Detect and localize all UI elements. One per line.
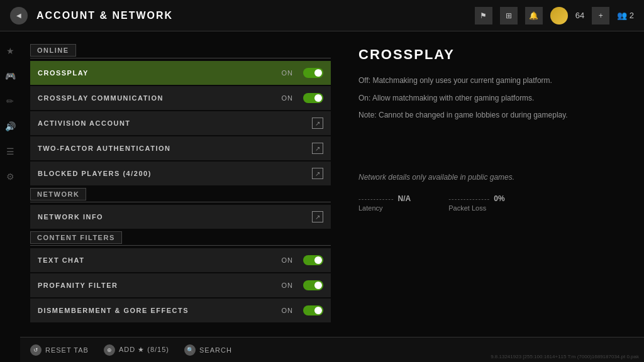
info-line-3: Note: Cannot be changed in game lobbies … bbox=[358, 109, 626, 123]
packet-loss-stat: - - - - - - - - - - - - - - 0% Packet Lo… bbox=[448, 194, 504, 212]
profanity-label: PROFANITY FILTER bbox=[38, 282, 282, 289]
reset-label: RESET TAB bbox=[45, 346, 89, 354]
sidebar-icon-gear[interactable]: ⚙ bbox=[3, 170, 17, 184]
packet-loss-line: - - - - - - - - - - - - - - 0% bbox=[448, 194, 504, 203]
search-icon: 🔍 bbox=[184, 344, 196, 356]
packet-loss-label: Packet Loss bbox=[448, 204, 504, 212]
text-chat-row[interactable]: TEXT CHAT ON bbox=[30, 248, 331, 272]
latency-stat: - - - - - - - - - - - - N/A Latency bbox=[358, 194, 411, 212]
crossplay-comm-row[interactable]: CROSSPLAY COMMUNICATION ON bbox=[30, 86, 331, 110]
back-button[interactable] bbox=[10, 7, 28, 25]
players-count: 👥 2 bbox=[617, 11, 634, 20]
add-icon: ⊕ bbox=[104, 344, 115, 356]
crossplay-label: CROSSPLAY bbox=[38, 69, 282, 77]
plus-icon[interactable]: + bbox=[592, 7, 609, 25]
packet-loss-value: 0% bbox=[494, 194, 504, 203]
activision-label: ACTIVISION ACCOUNT bbox=[38, 119, 312, 127]
network-info-label: NETWORK INFO bbox=[38, 213, 312, 221]
two-factor-row[interactable]: TWO-FACTOR AUTHENTICATION bbox=[30, 136, 331, 160]
avatar[interactable] bbox=[550, 7, 568, 25]
sidebar-icon-menu[interactable]: ☰ bbox=[3, 145, 17, 158]
latency-label: Latency bbox=[358, 204, 411, 212]
latency-line: - - - - - - - - - - - - N/A bbox=[358, 194, 411, 203]
blocked-label: BLOCKED PLAYERS (4/200) bbox=[38, 170, 312, 177]
text-chat-value: ON bbox=[282, 256, 294, 264]
latency-dashes: - - - - - - - - - - - - bbox=[358, 195, 393, 202]
right-panel: CROSSPLAY Off: Matchmaking only uses you… bbox=[341, 31, 644, 337]
gore-row[interactable]: DISMEMBERMENT & GORE EFFECTS ON bbox=[30, 299, 331, 322]
grid-icon[interactable]: ⊞ bbox=[500, 7, 518, 25]
crossplay-comm-value: ON bbox=[282, 94, 294, 102]
network-info-external-icon[interactable] bbox=[312, 211, 323, 222]
content-filters-section: CONTENT FILTERS TEXT CHAT ON PROFANITY F… bbox=[30, 231, 331, 322]
network-notice: Network details only available in public… bbox=[358, 173, 626, 182]
network-stats: - - - - - - - - - - - - N/A Latency - - … bbox=[358, 194, 626, 212]
info-title: CROSSPLAY bbox=[358, 47, 626, 63]
reset-tab-action[interactable]: ↺ RESET TAB bbox=[30, 344, 89, 356]
header-icons: ⚑ ⊞ 🔔 64 + 👥 2 bbox=[475, 7, 634, 25]
crossplay-value: ON bbox=[282, 69, 294, 77]
crossplay-comm-toggle[interactable] bbox=[303, 93, 323, 103]
online-divider bbox=[30, 58, 331, 58]
packet-loss-dashes: - - - - - - - - - - - - - - bbox=[448, 195, 489, 202]
page-title: ACCOUNT & NETWORK bbox=[36, 10, 475, 21]
header: ACCOUNT & NETWORK ⚑ ⊞ 🔔 64 + 👥 2 bbox=[0, 0, 644, 31]
reset-icon: ↺ bbox=[30, 344, 42, 356]
latency-value: N/A bbox=[398, 194, 411, 203]
content-filters-divider bbox=[30, 245, 331, 246]
left-panel: ONLINE CROSSPLAY ON CROSSPLAY COMMUNICAT… bbox=[20, 31, 341, 337]
network-info-row[interactable]: NETWORK INFO bbox=[30, 205, 331, 229]
profanity-row[interactable]: PROFANITY FILTER ON bbox=[30, 273, 331, 297]
sidebar-icon-controller[interactable]: 🎮 bbox=[3, 69, 17, 83]
online-section-label: ONLINE bbox=[30, 44, 76, 57]
add-label: ADD ★ (8/15) bbox=[119, 346, 169, 354]
players-icon: 👥 bbox=[617, 11, 627, 20]
gore-value: ON bbox=[282, 307, 294, 314]
two-factor-external-icon[interactable] bbox=[312, 143, 323, 154]
text-chat-label: TEXT CHAT bbox=[38, 256, 282, 264]
activision-external-icon[interactable] bbox=[312, 118, 323, 129]
search-action[interactable]: 🔍 SEARCH bbox=[184, 344, 232, 356]
network-section-label: NETWORK bbox=[30, 188, 86, 200]
activision-row[interactable]: ACTIVISION ACCOUNT bbox=[30, 111, 331, 135]
version-info: 9.8.13241923 [255:100:1614+115 T:m (7000… bbox=[491, 354, 639, 359]
text-chat-toggle[interactable] bbox=[303, 255, 323, 265]
content-filters-label: CONTENT FILTERS bbox=[30, 231, 122, 244]
sidebar: ★ 🎮 ✏ 🔊 ☰ ⚙ bbox=[0, 31, 20, 337]
info-line-2: On: Allow matchmaking with other gaming … bbox=[358, 92, 626, 106]
blocked-row[interactable]: BLOCKED PLAYERS (4/200) bbox=[30, 162, 331, 185]
flag-icon[interactable]: ⚑ bbox=[475, 7, 492, 25]
blocked-external-icon[interactable] bbox=[312, 168, 323, 179]
sidebar-icon-edit[interactable]: ✏ bbox=[3, 94, 17, 108]
two-factor-label: TWO-FACTOR AUTHENTICATION bbox=[38, 145, 312, 152]
bell-icon[interactable]: 🔔 bbox=[525, 7, 543, 25]
gore-toggle[interactable] bbox=[303, 305, 323, 315]
score-count: 64 bbox=[575, 11, 584, 20]
crossplay-row[interactable]: CROSSPLAY ON bbox=[30, 61, 331, 85]
crossplay-comm-label: CROSSPLAY COMMUNICATION bbox=[38, 94, 282, 102]
profanity-toggle[interactable] bbox=[303, 280, 323, 290]
info-line-1: Off: Matchmaking only uses your current … bbox=[358, 74, 626, 88]
sidebar-icon-audio[interactable]: 🔊 bbox=[3, 119, 17, 133]
gore-label: DISMEMBERMENT & GORE EFFECTS bbox=[38, 307, 282, 314]
online-section: ONLINE CROSSPLAY ON CROSSPLAY COMMUNICAT… bbox=[30, 44, 331, 185]
search-label: SEARCH bbox=[199, 346, 232, 354]
network-section: NETWORK NETWORK INFO bbox=[30, 188, 331, 229]
network-divider bbox=[30, 202, 331, 202]
sidebar-icon-star[interactable]: ★ bbox=[3, 44, 17, 58]
crossplay-toggle[interactable] bbox=[303, 68, 323, 78]
main-content: ONLINE CROSSPLAY ON CROSSPLAY COMMUNICAT… bbox=[20, 31, 644, 337]
add-favorite-action[interactable]: ⊕ ADD ★ (8/15) bbox=[104, 344, 169, 356]
profanity-value: ON bbox=[282, 282, 294, 289]
